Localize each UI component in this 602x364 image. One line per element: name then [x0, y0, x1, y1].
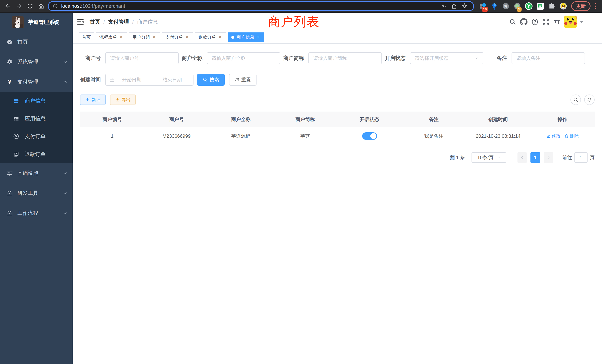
sidebar-toggle-button[interactable] [74, 13, 87, 31]
tab-refund-order[interactable]: 退款订单× [195, 32, 226, 42]
prev-page-button[interactable] [517, 152, 527, 163]
remark-input[interactable]: 请输入备注 [512, 52, 585, 64]
extension-proxy-icon[interactable]: 1 [512, 0, 523, 12]
merchant-no-input[interactable]: 请输入商户号 [105, 52, 179, 64]
sidebar-item-workflow[interactable]: 工作流程 [0, 203, 73, 223]
sidebar-item-home[interactable]: 首页 [0, 32, 73, 52]
extension-kite-icon[interactable] [489, 0, 500, 12]
plus-icon [85, 97, 90, 102]
chevron-down-icon [474, 56, 479, 60]
browser-update-button[interactable]: 更新 [571, 1, 591, 11]
chevron-down-icon [496, 156, 501, 160]
tab-home[interactable]: 首页 [79, 32, 94, 42]
browser-back-button[interactable] [2, 0, 13, 12]
show-search-toggle-button[interactable] [570, 95, 581, 105]
tab-pay-order[interactable]: 支付订单× [162, 32, 193, 42]
cell-remark: 我是备注 [402, 127, 466, 145]
sidebar-item-system[interactable]: 系统管理 [0, 52, 73, 72]
goto-page-input[interactable] [574, 152, 588, 163]
sidebar-item-merchant-info[interactable]: 商户信息 [0, 92, 73, 110]
th-remark: 备注 [402, 112, 466, 127]
extension-pin-icon[interactable]: 10 [477, 0, 489, 12]
full-name-input[interactable]: 请输入商户全称 [207, 52, 280, 64]
password-key-icon[interactable] [439, 3, 449, 9]
svg-text:⌘: ⌘ [504, 4, 508, 9]
logo-rabbit-image [12, 16, 24, 28]
bookmark-star-icon[interactable] [459, 3, 470, 9]
cell-create-time: 2021-10-23 08:31:14 [466, 127, 530, 145]
page-1-button[interactable]: 1 [530, 152, 540, 163]
sidebar-item-dev-tools[interactable]: 研发工具 [0, 183, 73, 203]
trash-icon [564, 134, 569, 138]
url-text: localhost:1024/pay/merchant [61, 3, 439, 9]
export-button[interactable]: 导出 [110, 95, 136, 105]
extension-emoji-icon[interactable] [558, 0, 569, 12]
sidebar-item-pay-order[interactable]: 支付订单 [0, 128, 73, 145]
navbar-actions: TT [507, 13, 583, 31]
table-row: 1 M233666999 芋道源码 芋艿 我是备注 2021-10-23 08:… [80, 127, 595, 145]
extension-command-icon[interactable]: ⌘ [500, 0, 512, 12]
browser-menu-icon[interactable] [592, 3, 599, 9]
fullscreen-icon[interactable] [540, 13, 552, 31]
next-page-button[interactable] [544, 152, 553, 163]
cell-merchant-id: 1 [80, 127, 144, 145]
share-icon[interactable] [449, 3, 459, 9]
cell-full-name: 芋道源码 [209, 127, 273, 145]
chevron-down-icon [63, 211, 67, 215]
sidebar-item-payment[interactable]: ¥ 支付管理 [0, 72, 73, 92]
close-icon[interactable]: × [152, 35, 157, 40]
address-bar[interactable]: localhost:1024/pay/merchant [48, 1, 474, 11]
status-label: 开启状态 [385, 52, 410, 64]
browser-forward-button[interactable] [13, 0, 24, 12]
edit-link[interactable]: 修改 [546, 133, 561, 139]
help-icon[interactable] [529, 13, 540, 31]
cell-status [337, 127, 402, 145]
breadcrumb-current: 商户信息 [137, 18, 158, 25]
status-select[interactable]: 请选择开启状态 [410, 52, 483, 64]
page-size-select[interactable]: 10条/页 [472, 152, 506, 163]
add-button[interactable]: 新增 [80, 95, 106, 105]
reset-button[interactable]: 重置 [229, 74, 257, 86]
tab-user-group[interactable]: 用户分组× [129, 32, 160, 42]
delete-link[interactable]: 删除 [564, 133, 579, 139]
close-icon[interactable]: × [185, 35, 190, 40]
forward-icon [16, 3, 22, 9]
extension-chat-icon[interactable] [535, 0, 546, 12]
header-search-icon[interactable] [507, 13, 518, 31]
avatar-caret-icon[interactable] [580, 21, 583, 23]
chevron-down-icon [63, 171, 67, 175]
download-icon [115, 97, 120, 102]
close-icon[interactable]: × [119, 35, 124, 40]
th-merchant-no: 商户号 [144, 112, 209, 127]
sidebar-item-infra[interactable]: 基础设施 [0, 163, 73, 183]
breadcrumb-payment[interactable]: 支付管理 [108, 18, 129, 25]
tab-process-form[interactable]: 流程表单× [96, 32, 127, 42]
close-icon[interactable]: × [256, 35, 261, 40]
tab-merchant-info[interactable]: 商户信息× [228, 32, 264, 42]
sidebar-item-app-info[interactable]: 应用信息 [0, 110, 73, 128]
short-name-input[interactable]: 请输入商户简称 [308, 52, 382, 64]
grid-icon [13, 116, 19, 121]
breadcrumb-home[interactable]: 首页 [90, 18, 100, 25]
refresh-table-button[interactable] [584, 95, 595, 105]
browser-reload-button[interactable] [24, 0, 36, 12]
user-avatar[interactable] [564, 16, 577, 28]
back-icon [5, 3, 11, 9]
github-icon[interactable] [518, 13, 529, 31]
sidebar-item-refund-order[interactable]: 退款订单 [0, 145, 73, 163]
toolbar: 新增 导出 [80, 95, 595, 105]
page-annotation: 商户列表 [268, 13, 320, 30]
status-toggle[interactable] [362, 132, 377, 140]
app-logo[interactable]: 芋道管理系统 [0, 13, 73, 32]
create-time-range-input[interactable]: 开始日期 - 结束日期 [105, 74, 194, 86]
site-info-icon[interactable] [53, 3, 58, 9]
extension-y-icon[interactable] [523, 0, 535, 12]
font-size-icon[interactable]: TT [552, 13, 563, 31]
extensions-puzzle-icon[interactable] [546, 0, 558, 12]
refresh-icon [587, 97, 592, 102]
sidebar: 芋道管理系统 首页 系统管理 ¥ 支付管理 商户信息 应用信息 [0, 13, 73, 364]
browser-home-button[interactable] [36, 0, 47, 12]
short-name-label: 商户简称 [283, 52, 308, 64]
search-button[interactable]: 搜索 [197, 74, 225, 86]
close-icon[interactable]: × [218, 35, 223, 40]
